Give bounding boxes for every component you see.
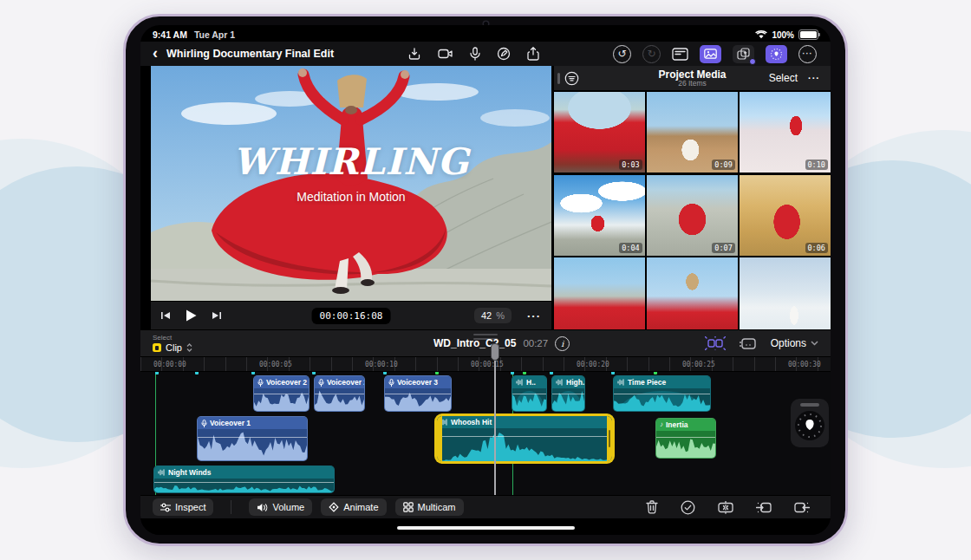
share-icon[interactable] [527,47,539,61]
audio-waveform [656,431,715,458]
jog-wheel-button[interactable] [766,45,787,63]
media-pane: Project Media 26 Items Select ··· 0:03 0… [551,66,831,329]
effects-button[interactable] [733,45,754,63]
clip-duration-badge: 0:10 [805,160,828,170]
media-thumbnail[interactable]: 0:03 [554,92,645,173]
skip-back-icon[interactable] [161,311,171,320]
timeline-clip[interactable]: Voiceover 2 [253,375,310,412]
ruler-label: 00:00:15 [471,360,504,368]
timeline-clip[interactable]: Voiceover 2 [314,375,365,412]
options-button[interactable]: Options [771,337,818,349]
overlay-clips-icon[interactable] [739,336,758,350]
jog-dial[interactable] [795,411,824,440]
playhead[interactable] [494,357,496,495]
pencil-icon[interactable] [497,47,511,61]
approve-icon[interactable] [681,500,695,515]
delete-icon[interactable] [646,500,658,514]
viewer-more-button[interactable]: ··· [527,309,541,322]
inspect-button[interactable]: Inspect [153,498,213,516]
clip-duration-badge: 0:03 [619,160,642,170]
timeline-clip[interactable]: H.. [512,375,547,412]
volume-line[interactable] [656,437,715,438]
connected-clips-icon[interactable] [705,336,726,350]
media-more-button[interactable]: ··· [808,73,820,83]
select-button[interactable]: Select [769,72,798,84]
date: Tue Apr 1 [194,29,235,40]
media-thumbnail[interactable]: 0:09 [647,92,738,173]
volume-line[interactable] [512,394,546,394]
bottom-toolbar: Inspect Volume Animate Multicam [140,495,831,518]
media-thumbnail[interactable] [554,257,645,329]
split-clip-icon[interactable] [718,501,733,514]
clip-label: Voiceover 1 [210,419,251,427]
volume-button[interactable]: Volume [249,498,312,516]
trim-handle-left[interactable] [437,416,442,461]
transport-bar: 00:00:16:08 42% ··· [151,301,551,329]
media-header: Project Media 26 Items Select ··· [554,66,831,90]
animate-button[interactable]: Animate [321,498,386,516]
tool-selector[interactable]: Select Clip [153,334,192,353]
media-thumbnail[interactable] [647,257,738,329]
mode-label: Select [153,334,192,342]
timeline-clip[interactable]: Time Piece [613,375,711,412]
browser-panel-icon[interactable] [672,48,688,61]
volume-line[interactable] [198,437,307,438]
media-thumbnail[interactable]: 0:04 [554,175,645,256]
undo-button[interactable]: ↺ [613,45,631,63]
back-button[interactable]: ‹ [153,46,158,60]
import-icon[interactable] [407,47,421,61]
playhead-handle[interactable] [491,343,499,361]
filter-icon[interactable] [564,71,579,86]
timeline-clip[interactable]: ♪Inertia [655,418,716,459]
clip-label: Voiceover 2 [327,378,364,387]
volume-line[interactable] [154,482,334,483]
timeline-clip[interactable]: Night Winds [153,466,335,493]
media-browser-button[interactable] [700,45,721,63]
battery-icon [798,29,818,40]
zoom-level[interactable]: 42% [474,308,512,323]
timeline-clip[interactable]: High.. [551,375,585,412]
timeline-clip[interactable]: Voiceover 3 [384,375,452,412]
waveform-icon [158,469,166,476]
timecode-display[interactable]: 00:00:16:08 [312,308,391,324]
volume-line[interactable] [552,394,584,394]
volume-line[interactable] [315,394,364,394]
waveform-icon [556,379,564,386]
audio-waveform [154,479,334,492]
ruler-label: 00:00:30 [788,360,821,368]
multicam-button[interactable]: Multicam [395,498,464,516]
volume-line[interactable] [385,394,451,394]
timeline-clip[interactable]: Voiceover 1 [197,416,308,461]
timeline-clip[interactable]: Whoosh Hit [437,416,612,461]
media-thumbnail[interactable]: 0:06 [740,175,831,256]
jog-handle[interactable] [800,403,819,407]
home-indicator[interactable] [397,526,575,531]
volume-line[interactable] [254,394,309,394]
volume-line[interactable] [614,394,710,394]
more-options-button[interactable]: ··· [798,45,817,63]
redo-button[interactable]: ↻ [642,45,661,63]
video-preview[interactable]: WHIRLING Meditation in Motion [151,66,551,301]
timeline-tracks[interactable]: Voiceover 2Voiceover 2Voiceover 3H..High… [140,372,831,495]
timeline-ruler[interactable]: 00:00:0000:00:0500:00:1000:00:1500:00:20… [140,357,831,372]
clip-label: Inertia [666,420,688,429]
camera-icon[interactable] [438,47,453,61]
media-thumbnail[interactable]: 0:07 [647,175,738,256]
jog-wheel[interactable] [791,399,829,447]
volume-line[interactable] [437,436,612,437]
skip-forward-icon[interactable] [212,311,221,320]
clip-start-marker [383,372,387,374]
insert-clip-icon[interactable] [756,501,772,514]
ruler-label: 00:00:05 [259,360,292,368]
clip-duration-badge: 0:07 [712,243,734,253]
overwrite-clip-icon[interactable] [794,501,810,514]
clip-start-marker [195,372,199,374]
info-icon[interactable]: i [555,336,570,351]
trim-handle-right[interactable] [607,416,612,461]
clip-start-marker [435,372,439,374]
media-thumbnail[interactable] [740,257,831,329]
media-thumbnail[interactable]: 0:10 [740,92,831,173]
microphone-icon[interactable] [470,47,480,61]
play-button[interactable] [186,309,197,322]
waveform-icon [617,379,625,386]
